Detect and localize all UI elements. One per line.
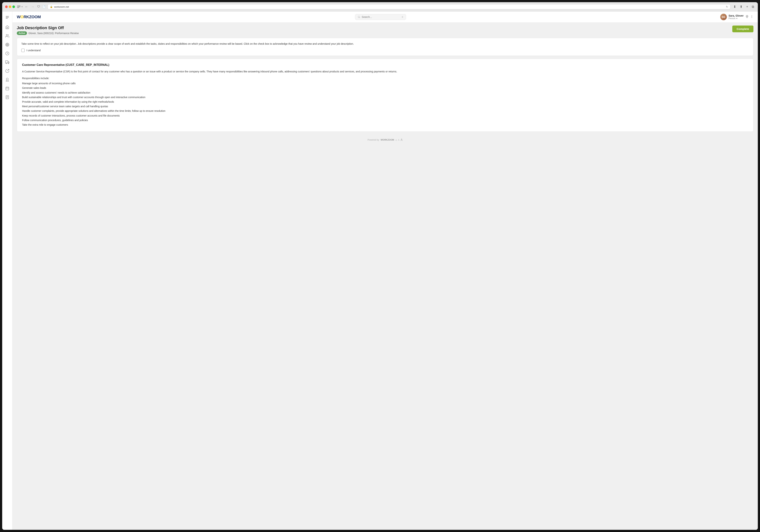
share-button[interactable]: ⬆ [739,4,743,10]
header-icons [745,15,753,19]
understand-row: I understand [21,49,749,52]
responsibilities-list: Manage large amounts of incoming phone c… [22,81,748,127]
list-item: Manage large amounts of incoming phone c… [22,81,748,86]
sidebar-item-documents[interactable] [4,94,11,101]
page-title: Job Description Sign Off [17,25,79,30]
list-item: Follow communication procedures, guideli… [22,118,748,122]
understand-checkbox[interactable] [21,49,24,52]
location-icon[interactable] [745,15,749,19]
job-description: A Customer Service Representative (CSR) … [22,70,748,74]
menu-dots-icon[interactable] [750,15,753,19]
sidebar-item-time[interactable] [4,50,11,57]
user-info: SG Sara, Glover Person ▾ [720,14,754,20]
list-item: Identify and assess customers' needs to … [22,90,748,95]
list-item: Build sustainable relationships and trus… [22,95,748,100]
svg-point-10 [8,63,9,64]
svg-point-3 [6,34,7,36]
sidebar-item-calendar[interactable] [4,85,11,92]
svg-point-9 [6,63,7,64]
search-container[interactable] [355,14,406,20]
sidebar-item-fleet[interactable] [4,59,11,66]
sidebar-item-home[interactable] [4,24,11,31]
search-icon [358,16,360,18]
sidebar-item-people[interactable] [4,32,11,40]
logo: WORKZOOM [17,15,41,19]
url-text: workzoom.net [54,6,69,8]
lock-icon: 🔒 [50,6,53,8]
job-title: Customer Care Representative (CUST_CARE_… [22,63,748,67]
avatar: SG [720,14,727,20]
svg-rect-12 [6,87,9,90]
list-item: Keep records of customer interactions, p… [22,114,748,118]
svg-rect-8 [5,61,8,63]
font-large-button[interactable]: A [401,138,403,142]
new-tab-button[interactable]: + [745,4,749,10]
complete-button[interactable]: Complete [732,25,753,32]
svg-point-6 [7,44,8,45]
svg-point-28 [747,16,748,17]
sidebar-item-goals[interactable] [4,41,11,48]
user-role[interactable]: Person ▾ [729,17,744,20]
understand-label[interactable]: I understand [26,49,41,52]
browser-toolbar: ▾ ← → 🛡 📄 🔒 workzoom.net ↻ ⬇ ⬆ + ⧉ [2,2,758,12]
page-title-area: Job Description Sign Off Active Glover, … [17,25,79,35]
user-name: Sara, Glover [729,14,744,17]
sidebar-item-wellness[interactable] [4,67,11,74]
address-bar[interactable]: 🔒 workzoom.net ↻ [48,4,731,9]
search-input[interactable] [362,16,400,19]
avatar-image: SG [720,14,727,20]
status-badge: Active [17,31,27,35]
search-settings-icon [401,16,404,18]
sidebar-item-recognition[interactable] [4,76,11,83]
logo-text: WORKZOOM [17,15,41,19]
font-medium-button[interactable]: A [398,139,400,141]
refresh-icon[interactable]: ↻ [726,5,728,8]
sidebar-menu-button[interactable] [4,14,11,21]
maximize-button[interactable] [12,6,15,8]
chevron-down-icon: ▾ [736,17,737,20]
footer-brand: WORKZOOM [381,139,394,141]
browser-controls: ▾ ← → [17,4,35,10]
list-item: Meet personal/customer service team sale… [22,104,748,109]
forward-button[interactable]: → [30,4,35,10]
list-item: Generate sales leads [22,86,748,90]
responsibilities-intro: Responsibilities include: [22,77,748,80]
breadcrumb-text: Glover, Sara (000210): Performance Revie… [28,32,78,35]
job-card: Customer Care Representative (CUST_CARE_… [17,59,753,132]
sidebar [2,12,12,530]
svg-point-11 [6,78,8,80]
svg-point-5 [6,44,8,46]
svg-point-20 [358,16,359,18]
svg-point-29 [752,16,752,16]
sidebar-toggle-icon[interactable] [17,6,21,8]
download-button[interactable]: ⬇ [733,4,737,10]
browser-actions: ⬇ ⬆ + ⧉ [733,4,755,10]
font-small-button[interactable]: A [396,139,397,141]
breadcrumb: Active Glover, Sara (000210): Performanc… [17,31,79,35]
page-header: Job Description Sign Off Active Glover, … [17,25,753,35]
app-header: WORKZOOM [12,12,758,23]
list-item: Take the extra mile to engage customers [22,122,748,127]
minimize-button[interactable] [9,6,11,8]
content-area: Job Description Sign Off Active Glover, … [12,23,758,530]
page-wrapper: WORKZOOM [12,12,758,530]
list-item: Provide accurate, valid and complete inf… [22,100,748,104]
chevron-down-icon[interactable]: ▾ [22,6,23,8]
footer-powered-by: Powered by [368,139,379,141]
font-size-controls: A A A [396,138,403,142]
svg-point-30 [752,17,752,17]
acknowledge-description: Take some time to reflect on your job de… [21,42,749,46]
acknowledge-card: Take some time to reflect on your job de… [17,38,753,56]
list-item: Handle customer complaints, provide appr… [22,109,748,113]
user-name-area: Sara, Glover Person ▾ [729,14,744,20]
page-icon: 📄 [42,5,45,8]
traffic-lights [5,6,15,8]
tabs-button[interactable]: ⧉ [751,4,755,10]
privacy-icon: 🛡 [37,5,40,8]
close-button[interactable] [5,6,8,8]
svg-point-31 [752,17,752,18]
svg-line-21 [359,18,360,18]
footer: Powered by WORKZOOM A A A [17,135,753,145]
back-button[interactable]: ← [24,4,29,10]
